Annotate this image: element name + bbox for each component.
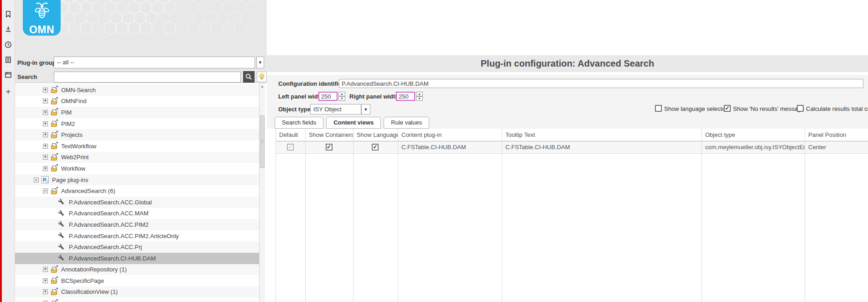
tree-item[interactable]: +BCSpecificPage — [15, 275, 259, 286]
tree-item-label: P.AdvancedSearch.CI-HUB.DAM — [69, 255, 156, 262]
object-type-dropdown-button[interactable]: ▼ — [361, 104, 370, 115]
spin-up-icon[interactable]: ▲ — [338, 92, 345, 96]
hint-button[interactable] — [257, 72, 267, 82]
collapse-icon[interactable]: − — [43, 188, 48, 193]
tab-content-views[interactable]: Content views — [326, 117, 381, 129]
tree-item-label: AdvancedSearch (6) — [61, 187, 115, 194]
plugin-group-icon — [50, 266, 58, 274]
column-header: Object type — [702, 129, 805, 141]
tree-item-label: AnnotationRepository (1) — [61, 266, 127, 273]
tree-item[interactable]: +OMNFind — [15, 96, 259, 107]
svg-text:P: P — [43, 177, 46, 182]
cell-tooltip-text[interactable]: C.FSTable.CI-HUB.DAM — [502, 141, 702, 153]
bookmark-icon[interactable] — [4, 10, 12, 18]
tab-rule-values[interactable]: Rule values — [384, 117, 429, 129]
expand-icon[interactable]: + — [43, 88, 48, 93]
plugin-group-dropdown-button[interactable]: ▼ — [256, 57, 264, 68]
tree-item[interactable]: +Web2Print — [15, 152, 259, 163]
expand-icon[interactable]: + — [43, 99, 48, 104]
notes-icon[interactable] — [4, 56, 12, 64]
checkbox-show-language-selector[interactable] — [655, 105, 662, 112]
tree-item[interactable]: +Workflow — [15, 163, 259, 174]
left-panel-width-input[interactable] — [318, 92, 338, 101]
tree-item[interactable]: +AnnotationRepository (1) — [15, 264, 259, 276]
left-icon-rail — [0, 0, 15, 302]
cell-content-plugin[interactable]: C.FSTable.CI-HUB.DAM — [398, 141, 502, 153]
expand-icon[interactable]: + — [43, 132, 48, 137]
expand-icon[interactable]: + — [43, 278, 48, 283]
tree-item-config[interactable]: P.AdvancedSearch.ACC.PIM2.ArticleOnly — [15, 230, 259, 242]
clock-icon[interactable] — [4, 41, 12, 49]
left-panel-width-label: Left panel width — [278, 93, 323, 100]
tree-item-config[interactable]: P.AdvancedSearch.ACC.Prj — [15, 241, 259, 253]
tree-item[interactable]: +TextWorkflow — [15, 141, 259, 152]
right-panel-width-stepper[interactable]: ▲ ▼ — [416, 92, 423, 101]
collapse-icon[interactable]: − — [34, 177, 39, 182]
page-title: Plug-in configuration: Advanced Search — [267, 55, 868, 72]
scrollbar-thumb[interactable] — [260, 115, 265, 168]
check-icon: ✓ — [288, 144, 292, 150]
tree-item-config[interactable]: P.AdvancedSearch.ACC.PIM2 — [15, 219, 259, 230]
tree-item[interactable]: +Projects — [15, 129, 259, 141]
tree-item-config[interactable]: P.AdvancedSearch.ACC.MAM — [15, 208, 259, 219]
plugin-tree: +OMN-Search+OMNFind+PIM+PIM2+Projects+Te… — [15, 83, 259, 302]
tab-search-fields[interactable]: Search fields — [275, 117, 323, 129]
config-identifier-input[interactable] — [339, 79, 863, 88]
checkbox-show-no-results-message[interactable]: ✓ — [724, 105, 731, 112]
config-identifier-label: Configuration identifier — [278, 80, 344, 87]
cell-checkbox-show-containers[interactable]: ✓ — [326, 144, 333, 151]
tree-item[interactable]: +PIM2 — [15, 118, 259, 130]
object-type-select[interactable]: ISY Object — [310, 104, 361, 115]
search-input[interactable] — [54, 72, 241, 83]
plus-icon[interactable] — [4, 88, 12, 96]
column-header: Panel Position — [805, 129, 868, 141]
column-header: Content plug-in — [398, 129, 502, 141]
page-plugins-icon: P — [41, 176, 49, 184]
wrench-icon — [58, 198, 66, 206]
expand-icon[interactable]: + — [43, 121, 48, 126]
lightbulb-icon — [258, 73, 266, 81]
cell-object-type[interactable]: com.meylemueller.obj.isy.ISYObjectEntity — [702, 141, 805, 153]
spin-up-icon[interactable]: ▲ — [416, 92, 423, 96]
tree-item[interactable]: −AdvancedSearch (6) — [15, 185, 259, 197]
right-panel-width-input[interactable] — [396, 92, 415, 101]
spin-down-icon[interactable]: ▼ — [416, 96, 423, 101]
plugin-group-icon — [50, 97, 58, 105]
tree-item[interactable]: + — [15, 297, 259, 302]
tree-item[interactable]: +PIM — [15, 107, 259, 118]
cell-checkbox-show-language[interactable]: ✓ — [372, 144, 379, 151]
tree-item[interactable]: +OMN-Search — [15, 84, 259, 96]
tree-item-label: OMNFind — [61, 98, 87, 104]
tree-item-label: PIM2 — [61, 120, 75, 127]
expand-icon[interactable]: + — [43, 267, 48, 272]
tree-item-label: OMN-Search — [61, 87, 96, 94]
logo-text: OMN — [23, 24, 61, 36]
expand-icon[interactable]: + — [43, 110, 48, 115]
column-divider — [805, 129, 805, 302]
wrench-icon — [58, 220, 66, 229]
expand-icon[interactable]: + — [43, 144, 48, 149]
tree-item[interactable]: +ClassificationView (1) — [15, 286, 259, 298]
tree-item-label: Web2Print — [61, 154, 88, 161]
tree-item[interactable]: −PPage plug-ins — [15, 174, 259, 186]
tree-scrollbar[interactable]: ▲ — [259, 83, 265, 302]
tree-item-config[interactable]: P.AdvancedSearch.ACC.Global — [15, 197, 259, 208]
cell-panel-position[interactable]: Center — [805, 141, 868, 153]
content-views-table: DefaultShow ContainersShow Language BaCo… — [267, 129, 868, 302]
check-icon: ✓ — [725, 105, 729, 111]
expand-icon[interactable]: + — [43, 166, 48, 171]
scroll-up-icon[interactable]: ▲ — [260, 84, 265, 89]
window-icon[interactable] — [4, 71, 12, 79]
left-panel-width-stepper[interactable]: ▲ ▼ — [338, 92, 345, 101]
right-panel-width-label: Right panel width — [349, 93, 399, 100]
tree-item-label: Workflow — [61, 165, 85, 172]
search-button[interactable] — [243, 71, 255, 83]
spin-down-icon[interactable]: ▼ — [338, 96, 345, 101]
download-icon[interactable] — [4, 25, 12, 33]
checkbox-calculate-results-total-count[interactable] — [797, 105, 804, 112]
tree-item-label: PIM — [61, 109, 72, 116]
expand-icon[interactable]: + — [43, 289, 48, 294]
plugin-group-select[interactable]: -- all -- — [54, 57, 255, 68]
expand-icon[interactable]: + — [43, 155, 48, 160]
tree-item-config[interactable]: P.AdvancedSearch.CI-HUB.DAM — [15, 253, 259, 264]
